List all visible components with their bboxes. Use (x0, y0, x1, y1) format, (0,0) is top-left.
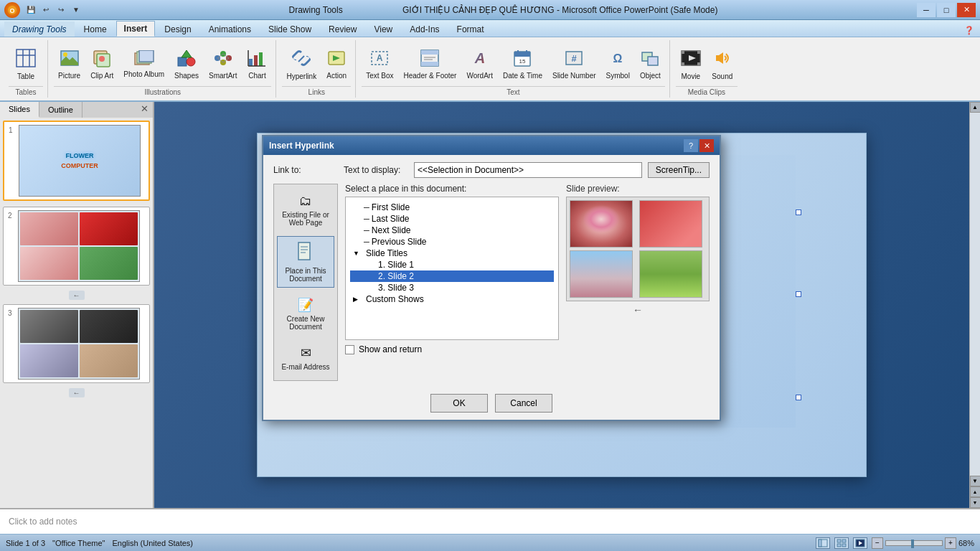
symbol-btn[interactable]: Ω Symbol (602, 46, 634, 83)
tree-slide-titles[interactable]: ▼ Slide Titles (350, 248, 554, 259)
normal-view-btn[interactable] (816, 537, 830, 549)
tab-review[interactable]: Review (321, 22, 364, 37)
maximize-btn[interactable]: □ (937, 3, 956, 17)
picture-label: Picture (58, 72, 80, 80)
quick-access-toolbar: 💾 ↩ ↪ ▼ (24, 4, 83, 17)
object-btn[interactable]: Object (636, 46, 665, 83)
next-slide-label: Next Slide (372, 225, 411, 235)
existing-file-label: Existing File or Web Page (281, 211, 331, 227)
tree-last-slide[interactable]: ─ Last Slide (350, 213, 554, 225)
svg-rect-26 (254, 55, 258, 66)
svg-marker-16 (182, 50, 192, 57)
movie-btn[interactable]: Movie (676, 45, 706, 83)
zoom-out-btn[interactable]: − (872, 537, 883, 549)
preview-cell-4 (639, 250, 702, 298)
smartart-label: SmartArt (209, 72, 237, 80)
slide-number-icon: # (564, 49, 584, 70)
slides-tab[interactable]: Slides (0, 102, 39, 118)
dialog-help-btn[interactable]: ? (684, 139, 698, 152)
text-display-input[interactable] (414, 162, 642, 178)
link-email-btn[interactable]: ✉ E-mail Address (277, 340, 334, 376)
link-place-in-doc-btn[interactable]: Place in This Document (277, 236, 334, 288)
language[interactable]: English (United States) (112, 539, 193, 547)
table-icon (15, 48, 37, 71)
header-footer-btn[interactable]: Header & Footer (400, 46, 461, 83)
picture-btn[interactable]: Picture (54, 46, 85, 83)
window-controls: ─ □ ✕ (917, 3, 976, 17)
cancel-btn[interactable]: Cancel (495, 394, 552, 413)
link-create-new-btn[interactable]: 📝 Create New Document (277, 292, 334, 336)
zoom-percent[interactable]: 68% (958, 539, 974, 547)
save-btn[interactable]: 💾 (24, 4, 37, 17)
symbol-icon: Ω (608, 49, 628, 70)
chart-btn[interactable]: Chart (242, 46, 271, 83)
svg-rect-50 (648, 57, 658, 65)
vertical-scrollbar[interactable]: ▲ ▼ ▲ ▼ (969, 102, 980, 508)
preview-blossom-image (570, 251, 632, 297)
zoom-control: − + 68% (872, 537, 974, 549)
svg-rect-14 (178, 57, 187, 66)
tab-drawing-tools[interactable]: Drawing Tools (4, 22, 75, 37)
slide-sorter-btn[interactable] (834, 537, 849, 549)
scroll-down-btn[interactable]: ▼ (970, 476, 981, 486)
action-btn[interactable]: Action (322, 46, 351, 83)
tree-slide-3[interactable]: 3. Slide 3 (350, 282, 554, 293)
smartart-icon (213, 49, 233, 70)
slide1-tree-label: 1. Slide 1 (378, 260, 414, 270)
tab-format[interactable]: Format (449, 22, 492, 37)
svg-rect-25 (249, 59, 253, 66)
tab-slide-show[interactable]: Slide Show (260, 22, 319, 37)
tab-view[interactable]: View (366, 22, 400, 37)
tab-home[interactable]: Home (76, 22, 115, 37)
zoom-in-btn[interactable]: + (945, 537, 956, 549)
slide-thumbnail-3[interactable]: 3 (3, 304, 150, 383)
help-icon[interactable]: ❓ (958, 24, 980, 37)
screentip-btn[interactable]: ScreenTip... (648, 162, 710, 178)
panel-close-btn[interactable]: ✕ (136, 102, 153, 118)
slide-thumbnail-2[interactable]: 2 (3, 207, 150, 286)
tree-custom-shows[interactable]: ▶ Custom Shows (350, 293, 554, 305)
date-time-btn[interactable]: 15 Date & Time (499, 46, 547, 83)
wordart-btn[interactable]: A WordArt (462, 46, 497, 83)
slide-number-btn[interactable]: # Slide Number (548, 46, 600, 83)
slideshow-btn[interactable] (853, 537, 867, 549)
show-return-checkbox[interactable] (345, 345, 354, 354)
table-btn[interactable]: Table (9, 45, 43, 83)
undo-btn[interactable]: ↩ (39, 4, 52, 17)
tab-animations[interactable]: Animations (201, 22, 259, 37)
scroll-up-btn[interactable]: ▲ (970, 102, 981, 113)
hyperlink-btn[interactable]: Hyperlink (282, 45, 321, 83)
outline-tab[interactable]: Outline (39, 102, 83, 118)
tree-slide-1[interactable]: 1. Slide 1 (350, 259, 554, 270)
tab-add-ins[interactable]: Add-Ins (402, 22, 447, 37)
minimize-btn[interactable]: ─ (917, 3, 936, 17)
zoom-slider[interactable] (885, 540, 943, 546)
close-btn[interactable]: ✕ (957, 3, 976, 17)
dialog-close-btn[interactable]: ✕ (699, 139, 714, 152)
symbol-label: Symbol (606, 72, 630, 80)
slide-thumbnail-1[interactable]: 1 FLOWER COMPUTER (3, 121, 150, 201)
shapes-icon (176, 49, 197, 70)
clip-art-btn[interactable]: Clip Art (86, 46, 118, 83)
tab-insert[interactable]: Insert (116, 21, 156, 37)
redo-btn[interactable]: ↪ (55, 4, 67, 17)
tree-first-slide[interactable]: ─ First Slide (350, 202, 554, 213)
sound-btn[interactable]: Sound (707, 45, 738, 83)
notes-area[interactable]: Click to add notes (0, 508, 980, 534)
window-title: Drawing Tools GIỚI THIỆU CẢNH ĐẸP QUÊ HƯ… (90, 5, 917, 15)
tree-slide-2[interactable]: 2. Slide 2 (350, 270, 554, 282)
tree-next-slide[interactable]: ─ Next Slide (350, 225, 554, 236)
ok-btn[interactable]: OK (430, 394, 488, 413)
tab-design[interactable]: Design (156, 22, 199, 37)
tree-prev-slide[interactable]: ─ Previous Slide (350, 236, 554, 248)
smartart-btn[interactable]: SmartArt (204, 46, 241, 83)
scroll-up2-btn[interactable]: ▲ (970, 486, 981, 497)
svg-rect-59 (837, 540, 841, 542)
link-existing-file-btn[interactable]: 🗂 Existing File or Web Page (277, 189, 334, 232)
scroll-down2-btn[interactable]: ▼ (970, 497, 981, 508)
shapes-btn[interactable]: Shapes (170, 46, 203, 83)
selection-handle-mid-right (796, 291, 801, 297)
photo-album-btn[interactable]: Photo Album (119, 47, 169, 81)
text-box-btn[interactable]: A Text Box (362, 46, 397, 83)
customize-btn[interactable]: ▼ (70, 4, 83, 17)
